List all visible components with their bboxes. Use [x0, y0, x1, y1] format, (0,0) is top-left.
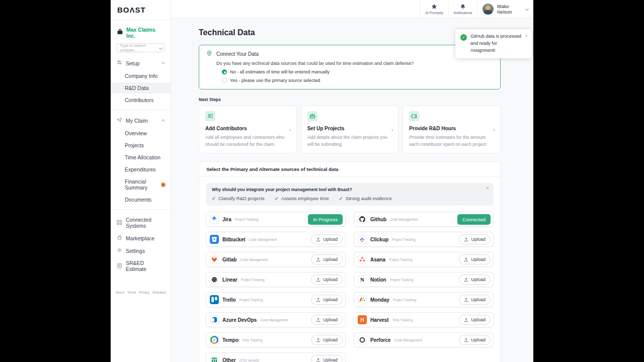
trello-upload-button[interactable]: Upload	[311, 295, 343, 305]
source-type: Code Management	[390, 218, 418, 221]
sidebar-item-settings[interactable]: Settings	[111, 244, 171, 257]
nav-group-label: My Claim	[126, 118, 148, 124]
next-steps-cards: Add Contributors › Add all employees and…	[199, 106, 501, 153]
sidebar-item-financial-summary[interactable]: Financial Summary	[111, 176, 171, 193]
upload-icon	[464, 298, 468, 302]
sidebar-item-time-allocation[interactable]: Time Allocation	[111, 152, 171, 163]
azure-devops-upload-button[interactable]: Upload	[311, 315, 343, 325]
sidebar-item-sred-estimate[interactable]: SR&ED Estimate	[111, 257, 171, 275]
source-type: Code Management	[260, 318, 288, 322]
document-icon	[117, 263, 122, 269]
source-name: Notion	[370, 277, 386, 283]
sidebar-footer: About Terms Privacy Releases	[111, 291, 171, 294]
notion-upload-button[interactable]: Upload	[459, 275, 491, 285]
upload-icon	[464, 338, 468, 342]
radio-option-no[interactable]: No - all estimates of time will be enter…	[222, 69, 493, 74]
nav-item-label: Overview	[125, 130, 147, 136]
source-card-bitbucket[interactable]: Bitbucket Code Management Upload	[206, 232, 346, 247]
sidebar-item-projects[interactable]: Projects	[111, 140, 171, 151]
radio-checked-icon[interactable]	[222, 69, 227, 74]
nav-group-my-claim[interactable]: My Claim	[111, 114, 171, 127]
company-search-select[interactable]: Type to search compan...	[116, 43, 165, 52]
notifications-button[interactable]: Notifications	[448, 0, 477, 18]
source-card-notion[interactable]: N Notion Project Tracking Upload	[354, 272, 494, 287]
sidebar-item-rd-data[interactable]: R&D Data	[111, 82, 171, 94]
nav-item-label: Contributors	[125, 97, 153, 103]
sidebar-item-overview[interactable]: Overview	[111, 128, 171, 139]
sidebar-item-contributors[interactable]: Contributors	[111, 95, 171, 106]
source-card-azure-devops[interactable]: Azure DevOps Code Management Upload	[206, 312, 346, 327]
sidebar-item-connected-systems[interactable]: Connected Systems	[111, 214, 171, 232]
nav-item-label: R&D Data	[125, 85, 148, 91]
set-up-projects-card[interactable]: Set Up Projects › Add details about the …	[301, 106, 399, 153]
clickup-upload-button[interactable]: Upload	[459, 234, 491, 244]
source-type: Code Management	[394, 338, 422, 342]
footer-link-terms[interactable]: Terms	[127, 291, 136, 294]
linear-icon	[210, 275, 219, 284]
source-card-jira[interactable]: Jira Project Tracking In Progress	[206, 212, 346, 227]
monday-upload-button[interactable]: Upload	[459, 295, 491, 305]
ai-promptly-button[interactable]: AI Promptly	[420, 0, 448, 18]
azure-devops-icon	[210, 315, 219, 324]
upload-icon	[316, 298, 320, 302]
source-card-asana[interactable]: Asana Project Tracking Upload	[354, 252, 494, 267]
perforce-icon	[358, 335, 367, 344]
company-icon	[117, 28, 123, 37]
tempo-icon: ✓	[210, 335, 219, 344]
clickup-icon	[358, 235, 367, 244]
tempo-upload-button[interactable]: Upload	[311, 335, 343, 345]
close-icon[interactable]: ×	[486, 186, 489, 191]
nav-group-setup[interactable]: Setup	[111, 57, 171, 69]
source-card-other[interactable]: Other (CSV upload) Upload	[206, 352, 346, 362]
gitlab-upload-button[interactable]: Upload	[311, 254, 343, 264]
bitbucket-upload-button[interactable]: Upload	[311, 234, 343, 244]
user-menu[interactable]: Blake Nelson	[477, 0, 533, 18]
source-card-gitlab[interactable]: Gitlab Code Management Upload	[206, 252, 346, 267]
harvest-upload-button[interactable]: Upload	[459, 315, 491, 325]
github-icon	[358, 215, 367, 224]
source-name: Bitbucket	[222, 237, 246, 242]
nav-item-label: Settings	[126, 248, 145, 254]
sidebar-item-company-info[interactable]: Company Info	[111, 70, 171, 81]
nav-group-label: Setup	[126, 60, 139, 66]
linear-upload-button[interactable]: Upload	[311, 275, 343, 285]
source-card-perforce[interactable]: Perforce Code Management Upload	[354, 332, 494, 347]
source-name: Azure DevOps	[222, 317, 257, 323]
add-contributors-card[interactable]: Add Contributors › Add all employees and…	[199, 106, 297, 153]
footer-link-releases[interactable]: Releases	[152, 291, 166, 294]
source-name: Clickup	[370, 237, 388, 242]
source-card-harvest[interactable]: H Harvest Time Tracking Upload	[354, 312, 494, 327]
source-type: Project Tracking	[389, 258, 413, 261]
sidebar-item-expenditures[interactable]: Expenditures	[111, 164, 171, 175]
source-card-github[interactable]: Github Code Management Connected	[354, 212, 494, 227]
footer-link-about[interactable]: About	[116, 291, 124, 294]
upload-icon	[464, 237, 468, 242]
connect-title: Connect Your Data	[216, 51, 259, 57]
sidebar-item-documents[interactable]: Documents	[111, 194, 171, 205]
provide-rd-hours-card[interactable]: Provide R&D Hours › Provide time estimat…	[403, 106, 501, 153]
source-card-monday[interactable]: Monday Project Tracking Upload	[354, 292, 494, 307]
chevron-up-icon	[162, 119, 165, 123]
company-row[interactable]: Max Claims Inc.	[111, 27, 171, 39]
source-card-trello[interactable]: Trello Project Tracking Upload	[206, 292, 346, 307]
wallet-icon	[409, 111, 419, 121]
github-status-button[interactable]: Connected	[457, 214, 491, 225]
nav-item-label: Financial Summary	[125, 178, 158, 191]
source-card-linear[interactable]: Linear Project Tracking Upload	[206, 272, 346, 287]
asana-upload-button[interactable]: Upload	[459, 254, 491, 264]
source-card-clickup[interactable]: Clickup Project Tracking Upload	[354, 232, 494, 247]
close-icon[interactable]: ×	[525, 33, 528, 54]
other-upload-button[interactable]: Upload	[311, 355, 343, 362]
jira-status-button[interactable]: In Progress	[308, 214, 343, 225]
letterbox-left	[0, 0, 111, 362]
radio-option-yes[interactable]: Yes - please use the primary source sele…	[222, 78, 493, 83]
content: Technical Data Connect Your Data Do you …	[171, 18, 501, 362]
nav-item-label: Connected Systems	[126, 217, 165, 229]
source-card-tempo[interactable]: ✓ Tempo Time Tracking Upload	[206, 332, 346, 347]
radio-unchecked-icon[interactable]	[222, 78, 227, 83]
card-title: Provide R&D Hours	[409, 126, 494, 131]
sidebar-item-marketplace[interactable]: Marketplace	[111, 232, 171, 244]
benefit-item: ✓Assess employee time	[275, 196, 329, 201]
perforce-upload-button[interactable]: Upload	[459, 335, 491, 345]
footer-link-privacy[interactable]: Privacy	[139, 291, 149, 294]
